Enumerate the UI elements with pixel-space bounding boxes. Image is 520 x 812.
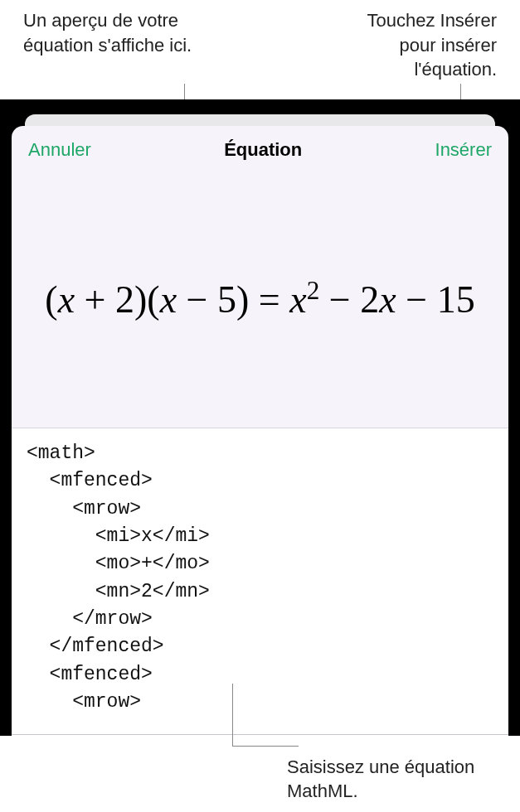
equation-rendered: (x + 2)(x − 5) = x2 − 2x − 15 [45, 276, 474, 321]
callout-mathml: Saisissez une équation MathML. [281, 755, 497, 804]
modal-title: Équation [224, 139, 302, 161]
callout-leader-line [232, 684, 233, 746]
device-frame: Annuler Équation Insérer (x + 2)(x − 5) … [0, 99, 520, 736]
callout-insert: Touchez Insérer pour insérer l'équation. [331, 8, 497, 82]
cancel-button[interactable]: Annuler [28, 139, 91, 161]
mathml-input[interactable]: <math> <mfenced> <mrow> <mi>x</mi> <mo>+… [12, 428, 508, 736]
equation-modal: Annuler Équation Insérer (x + 2)(x − 5) … [12, 126, 508, 736]
insert-button[interactable]: Insérer [435, 139, 492, 161]
equation-preview: (x + 2)(x − 5) = x2 − 2x − 15 [12, 171, 508, 428]
modal-header: Annuler Équation Insérer [12, 126, 508, 171]
divider [12, 734, 508, 735]
callout-preview: Un aperçu de votre équation s'affiche ic… [23, 8, 214, 57]
callout-leader-line [232, 746, 299, 747]
